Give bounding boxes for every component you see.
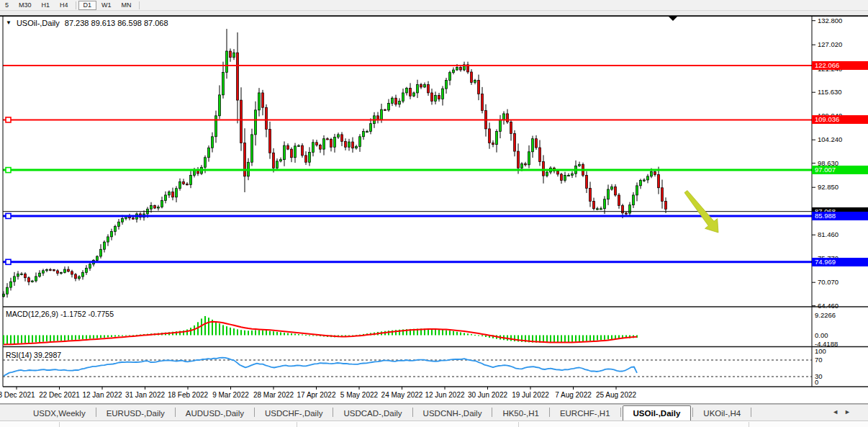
line-drag-handle [6,259,11,264]
chart-title-symbol: USOil-,Daily [17,19,60,27]
candle-body [172,192,174,197]
candle-body [496,132,498,145]
symbol-tab-usdcad-daily[interactable]: USDCAD-,Daily [335,406,410,421]
macd-histogram-bar [600,336,602,341]
macd-histogram-bar [575,336,577,342]
candle-body [492,143,494,144]
candle-body [251,135,253,162]
rsi-label: RSI(14) 39.2987 [6,351,61,359]
chart-plot-area[interactable] [0,0,868,427]
candle-body [456,67,458,70]
candle-body [366,132,369,132]
horizontal-line-74.969[interactable] [3,259,812,264]
macd-histogram-bar [262,331,263,336]
candle-body [53,270,55,271]
chart-title: ▼ USOil-,Daily 87.238 89.613 86.598 87.0… [6,19,168,27]
candle-body [75,274,77,279]
candle-body [118,222,120,226]
macd-histogram-bar [593,336,595,341]
symbol-tab-audusd-daily[interactable]: AUDUSD-,Daily [177,406,253,421]
candle-body [154,205,156,208]
candle-body [107,237,109,242]
symbol-tab-hk50-h1[interactable]: HK50-,H1 [494,406,548,421]
macd-histogram-bar [438,330,440,336]
macd-histogram-bar [460,333,461,336]
candle-body [39,273,41,277]
macd-histogram-bar [298,334,299,335]
chart-title-ohlc: 87.238 89.613 86.598 87.068 [65,19,168,27]
macd-histogram-bar [464,333,465,335]
candle-body [600,209,602,210]
candle-body [309,153,311,163]
symbol-tab-usoil-daily[interactable]: USOil-,Daily [623,405,692,421]
candle-body [424,84,426,87]
candle-body [10,282,12,287]
macd-histogram-bar [71,336,73,341]
symbol-tab-eurusd-daily[interactable]: EURUSD-,Daily [98,406,173,421]
candle-body [446,81,448,89]
macd-histogram-bar [273,331,274,335]
symbol-tab-usdchf-daily[interactable]: USDCHF-,Daily [256,406,332,421]
tab-scroll-right-icon[interactable]: ► [844,408,856,415]
tab-separator [620,408,621,417]
symbol-tab-usdx-weekly[interactable]: USDX,Weekly [24,406,94,421]
macd-histogram-bar [107,336,109,338]
macd-histogram-bar [478,336,479,336]
candle-body [442,89,444,99]
horizontal-line-85.988[interactable] [3,213,812,218]
candle-body [478,81,480,94]
candle-body [244,143,246,176]
candle-body [532,139,534,152]
macd-histogram-bar [6,336,8,345]
candle-body [665,202,667,210]
macd-histogram-bar [204,316,206,336]
candle-body [402,93,404,102]
tab-separator [96,408,96,417]
macd-histogram-bar [579,336,580,342]
chart-shift-marker-icon[interactable] [669,17,677,21]
candle-body [661,188,664,202]
candle-body [212,137,214,148]
macd-histogram-bar [219,323,220,335]
candle-body [352,142,354,148]
candle-body [71,271,73,274]
macd-histogram-bar [607,336,609,340]
candle-body [287,145,289,149]
candle-body [622,205,624,212]
symbol-tab-usdcnh-daily[interactable]: USDCNH-,Daily [415,406,491,421]
symbol-tab-eurchf-h1[interactable]: EURCHF-,H1 [551,406,619,421]
candle-body [208,148,210,158]
line-price-label: 74.969 [812,258,868,266]
candle-body [392,98,394,103]
candle-body [658,175,660,188]
candle-body [222,73,225,95]
macd-histogram-bar [201,318,202,335]
macd-histogram-bar [514,336,515,342]
macd-histogram-bar [510,336,512,341]
horizontal-line-97.007[interactable] [3,168,812,173]
macd-histogram-bar [597,336,598,341]
candle-body [305,156,307,162]
chart-menu-triangle-icon[interactable]: ▼ [6,19,12,27]
candle-body [568,175,570,176]
rsi-tick-label: 100 [815,348,868,355]
candle-body [237,53,239,100]
price-tick-label: 115.630 [818,89,868,96]
candle-body [82,272,84,277]
macd-histogram-bar [186,330,188,336]
candle-body [564,175,566,180]
candle-body [525,163,527,164]
macd-histogram-bar [284,333,285,335]
status-separator [749,422,749,427]
tab-separator [751,408,751,417]
tab-scroll-left-icon[interactable]: ◄ [832,408,844,415]
candle-body [557,171,559,174]
candle-body [625,213,628,214]
candle-body [399,102,401,104]
candle-body [359,137,361,147]
symbol-tab-ukoil-h4[interactable]: UKOil-,H4 [695,406,749,421]
candle-body [186,184,189,185]
macd-histogram-bar [446,331,447,336]
horizontal-line-109.036[interactable] [3,117,812,122]
candle-body [482,94,484,110]
